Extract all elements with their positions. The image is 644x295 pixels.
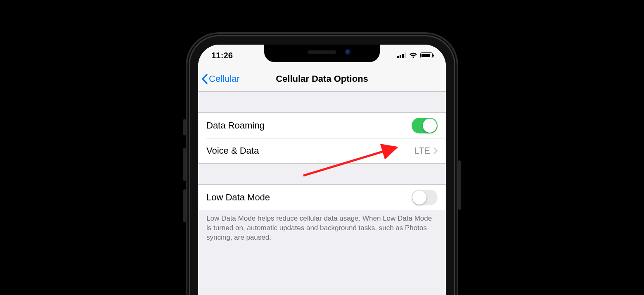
cell-label: Low Data Mode <box>206 192 270 203</box>
side-button <box>458 160 461 210</box>
back-label: Cellular <box>209 74 240 84</box>
settings-group-2: Low Data Mode Low Data Mode helps reduce… <box>198 184 446 243</box>
cellular-signal-icon <box>397 52 406 58</box>
cell-value: LTE <box>414 145 430 156</box>
chevron-right-icon <box>433 148 438 154</box>
mute-switch <box>183 119 186 136</box>
navigation-bar: Cellular Cellular Data Options <box>198 66 446 92</box>
toggle-low-data-mode[interactable] <box>412 190 438 205</box>
back-button[interactable]: Cellular <box>198 74 240 84</box>
status-time: 11:26 <box>211 51 261 60</box>
battery-icon <box>420 52 433 58</box>
group-footer-text: Low Data Mode helps reduce cellular data… <box>198 210 446 243</box>
settings-content: Data Roaming Voice & Data LTE <box>198 92 446 295</box>
notch <box>264 45 380 62</box>
cell-low-data-mode[interactable]: Low Data Mode <box>198 184 446 210</box>
cell-label: Voice & Data <box>206 145 259 156</box>
toggle-data-roaming[interactable] <box>412 118 438 133</box>
cell-label: Data Roaming <box>206 120 265 131</box>
cell-data-roaming[interactable]: Data Roaming <box>198 112 446 138</box>
volume-down-button <box>183 189 186 222</box>
cell-voice-data[interactable]: Voice & Data LTE <box>198 138 446 164</box>
wifi-icon <box>409 52 417 59</box>
chevron-left-icon <box>201 74 208 84</box>
phone-frame: 11:26 Cellular <box>190 36 454 295</box>
settings-group-1: Data Roaming Voice & Data LTE <box>198 112 446 164</box>
volume-up-button <box>183 148 186 181</box>
